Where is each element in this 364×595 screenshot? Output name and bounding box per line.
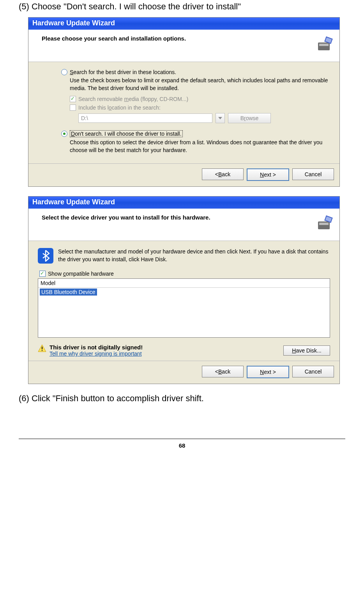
radio-search-label: Search for the best driver in these loca… — [70, 69, 176, 75]
svg-rect-9 — [42, 350, 42, 351]
select-instruction: Select the manufacturer and model of you… — [58, 248, 330, 263]
check-show-compatible-label: Show compatible hardware — [48, 271, 114, 277]
back-button[interactable]: < Back — [202, 168, 244, 180]
sign-info-link[interactable]: Tell me why driver signing is important — [49, 351, 142, 357]
check-show-compatible[interactable] — [39, 271, 46, 277]
back-button[interactable]: < Back — [202, 366, 244, 377]
radio-dont-search[interactable] — [61, 131, 67, 137]
svg-rect-1 — [319, 44, 329, 46]
wizard-heading: Please choose your search and installati… — [42, 35, 186, 42]
model-listbox[interactable]: Model USB Bluetooth Device — [38, 278, 330, 338]
check-include-label: Include this location in the search: — [78, 104, 161, 111]
browse-button[interactable]: Browse — [228, 113, 271, 123]
step5-instruction: (5) Choose "Don't search. I will choose … — [19, 2, 345, 12]
wizard-header: Please choose your search and installati… — [28, 30, 339, 62]
radio-search-best[interactable] — [61, 69, 67, 75]
radio-dont-label: Don't search. I will choose the driver t… — [70, 130, 183, 137]
hardware-icon — [315, 214, 334, 233]
wizard-select-driver: Hardware Update Wizard Select the device… — [28, 196, 340, 384]
path-input[interactable] — [78, 113, 212, 123]
wizard-search-options: Hardware Update Wizard Please choose you… — [28, 17, 340, 187]
check-removable-label: Search removable media (floppy, CD-ROM..… — [78, 96, 188, 102]
warning-icon — [38, 344, 46, 352]
wizard-footer: < Back Next > Cancel — [28, 163, 339, 186]
wizard-header: Select the device driver you want to ins… — [28, 209, 339, 241]
step6-instruction: (6) Click "Finish button to accomplish d… — [19, 393, 345, 404]
next-button[interactable]: Next > — [247, 366, 289, 378]
svg-rect-8 — [42, 347, 42, 349]
page-number: 68 — [19, 439, 345, 457]
wizard-heading: Select the device driver you want to ins… — [42, 214, 210, 221]
path-dropdown-button[interactable] — [216, 113, 225, 123]
next-button[interactable]: Next > — [247, 168, 289, 181]
hardware-icon — [315, 35, 334, 54]
titlebar: Hardware Update Wizard — [28, 197, 339, 209]
bluetooth-icon — [38, 248, 53, 264]
wizard-body: Search for the best driver in these loca… — [28, 62, 339, 163]
check-removable-media[interactable] — [70, 96, 76, 102]
have-disk-button[interactable]: Have Disk... — [283, 345, 330, 356]
svg-rect-5 — [319, 223, 329, 225]
sign-warning-text: This driver is not digitally signed! — [49, 344, 143, 351]
cancel-button[interactable]: Cancel — [292, 366, 334, 377]
wizard-footer: < Back Next > Cancel — [28, 361, 339, 384]
titlebar: Hardware Update Wizard — [28, 18, 339, 30]
check-include-location[interactable] — [70, 104, 76, 111]
model-item-selected[interactable]: USB Bluetooth Device — [40, 289, 97, 296]
model-column-header: Model — [38, 279, 330, 288]
cancel-button[interactable]: Cancel — [292, 168, 334, 180]
radio-dont-desc: Choose this option to select the device … — [70, 139, 330, 154]
radio-search-desc: Use the check boxes below to limit or ex… — [70, 77, 330, 92]
wizard-body: Select the manufacturer and model of you… — [28, 241, 339, 361]
